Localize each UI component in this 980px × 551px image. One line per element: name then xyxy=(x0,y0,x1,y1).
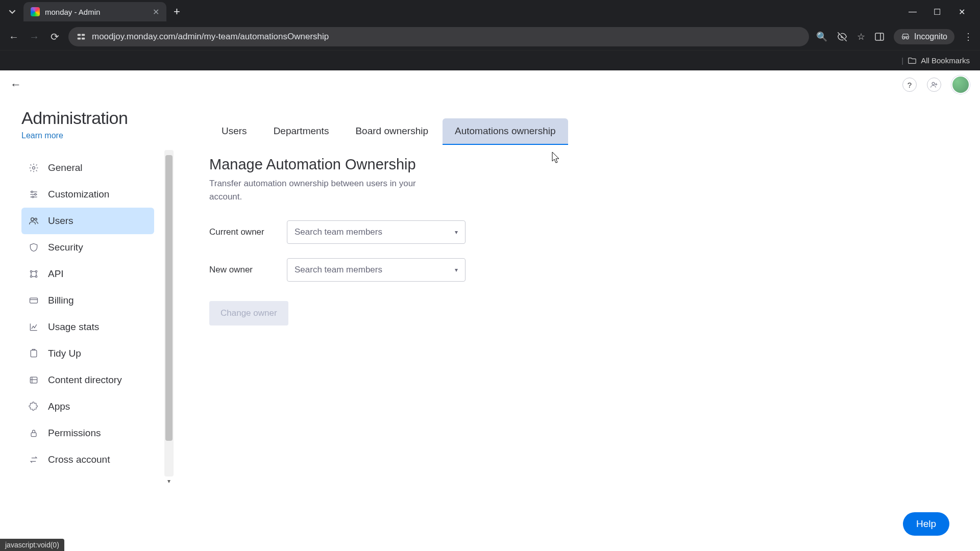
folder-icon xyxy=(28,374,40,386)
bookmark-star-icon[interactable]: ☆ xyxy=(857,31,865,42)
maximize-button[interactable]: ☐ xyxy=(932,7,942,17)
tab-automations-ownership[interactable]: Automations ownership xyxy=(443,118,568,145)
new-owner-select[interactable]: Search team members ▾ xyxy=(287,258,465,282)
sidebar-item-label: Content directory xyxy=(48,374,122,386)
search-icon[interactable]: 🔍 xyxy=(816,31,827,42)
address-row: ← → ⟳ moodjoy.monday.com/admin/my-team/a… xyxy=(0,23,980,50)
sidebar-item-users[interactable]: Users xyxy=(21,208,154,234)
sidebar-item-api[interactable]: API xyxy=(21,261,154,287)
app-top-bar: ← ? xyxy=(0,70,980,99)
kebab-menu-icon[interactable]: ⋮ xyxy=(964,31,973,42)
help-icon[interactable]: ? xyxy=(902,78,917,92)
app-back-button[interactable]: ← xyxy=(10,78,21,91)
svg-point-7 xyxy=(33,167,35,169)
sidebar-item-security[interactable]: Security xyxy=(21,234,154,261)
eye-off-icon[interactable] xyxy=(837,31,848,42)
lock-icon xyxy=(28,427,40,439)
svg-point-14 xyxy=(35,270,37,272)
scroll-down-arrow[interactable]: ▾ xyxy=(164,478,174,487)
incognito-badge[interactable]: Incognito xyxy=(894,29,954,44)
sidebar-item-label: Cross account xyxy=(48,454,110,465)
close-tab-icon[interactable]: ✕ xyxy=(153,7,159,17)
svg-rect-0 xyxy=(78,34,81,36)
svg-point-11 xyxy=(31,218,34,221)
tab-departments[interactable]: Departments xyxy=(261,118,341,145)
tab-board-ownership[interactable]: Board ownership xyxy=(343,118,440,145)
gear-icon xyxy=(28,162,40,174)
new-owner-label: New owner xyxy=(209,265,276,275)
sidebar-item-label: Usage stats xyxy=(48,321,99,333)
ownership-form: Current owner Search team members ▾ New … xyxy=(209,220,944,325)
incognito-label: Incognito xyxy=(914,32,947,41)
current-owner-select[interactable]: Search team members ▾ xyxy=(287,220,465,244)
sidebar-item-label: Users xyxy=(48,215,74,227)
svg-rect-4 xyxy=(875,33,884,40)
scrollbar-thumb[interactable] xyxy=(165,155,173,441)
window-controls: — ☐ ✕ xyxy=(908,7,976,17)
svg-rect-17 xyxy=(30,298,38,303)
chevron-down-icon: ▾ xyxy=(455,229,458,236)
sidebar-item-content-directory[interactable]: Content directory xyxy=(21,367,154,393)
sidebar-item-permissions[interactable]: Permissions xyxy=(21,420,154,446)
section-description: Transfer automation ownership between us… xyxy=(209,177,429,203)
svg-rect-20 xyxy=(30,377,37,383)
api-icon xyxy=(28,268,40,280)
current-owner-label: Current owner xyxy=(209,227,276,237)
address-right-icons: 🔍 ☆ Incognito ⋮ xyxy=(816,29,973,44)
invite-icon[interactable] xyxy=(927,78,941,92)
chart-icon xyxy=(28,321,40,333)
side-panel-icon[interactable] xyxy=(874,32,885,42)
sidebar-item-cross-account[interactable]: Cross account xyxy=(21,446,154,473)
current-owner-row: Current owner Search team members ▾ xyxy=(209,220,944,244)
learn-more-link[interactable]: Learn more xyxy=(21,131,63,140)
svg-rect-1 xyxy=(78,38,81,40)
chevron-down-icon: ▾ xyxy=(455,266,458,273)
browser-chrome: monday - Admin ✕ + — ☐ ✕ ← → ⟳ moodjoy.m… xyxy=(0,0,980,70)
new-owner-row: New owner Search team members ▾ xyxy=(209,258,944,282)
status-bar: javascript:void(0) xyxy=(0,539,64,551)
address-bar[interactable]: moodjoy.monday.com/admin/my-team/automat… xyxy=(68,27,809,46)
sidebar-item-label: Apps xyxy=(48,401,70,412)
sidebar-item-customization[interactable]: Customization xyxy=(21,181,154,208)
broom-icon xyxy=(28,347,40,360)
forward-button: → xyxy=(28,31,41,43)
reload-button[interactable]: ⟳ xyxy=(48,31,61,43)
svg-point-16 xyxy=(35,276,37,277)
incognito-icon xyxy=(901,32,910,41)
sidebar-item-tidy-up[interactable]: Tidy Up xyxy=(21,340,154,367)
change-owner-button[interactable]: Change owner xyxy=(209,301,288,325)
sidebar-item-usage-stats[interactable]: Usage stats xyxy=(21,314,154,340)
sidebar-item-label: Billing xyxy=(48,295,74,306)
tab-title: monday - Admin xyxy=(45,8,148,16)
sidebar-item-label: Customization xyxy=(48,189,109,200)
tabs-row: Users Departments Board ownership Automa… xyxy=(209,118,944,145)
new-tab-button[interactable]: + xyxy=(174,5,180,18)
svg-rect-3 xyxy=(82,38,85,40)
tab-strip: monday - Admin ✕ + — ☐ ✕ xyxy=(0,0,980,23)
sidebar-item-label: Security xyxy=(48,242,83,253)
svg-point-9 xyxy=(35,193,36,195)
minimize-button[interactable]: — xyxy=(908,7,918,17)
help-button[interactable]: Help xyxy=(903,512,949,536)
back-button[interactable]: ← xyxy=(7,31,20,43)
admin-sidebar: Administration Learn more ▴ ▾ General Cu… xyxy=(0,99,174,551)
browser-tab[interactable]: monday - Admin ✕ xyxy=(23,2,166,21)
app-top-right: ? xyxy=(902,76,970,94)
close-window-button[interactable]: ✕ xyxy=(957,7,967,17)
sidebar-item-general[interactable]: General xyxy=(21,155,154,181)
site-settings-icon[interactable] xyxy=(77,32,86,41)
sidebar-item-apps[interactable]: Apps xyxy=(21,393,154,420)
user-avatar[interactable] xyxy=(951,76,970,94)
svg-rect-21 xyxy=(31,433,36,437)
svg-point-8 xyxy=(31,191,33,192)
tab-search-dropdown[interactable] xyxy=(4,4,20,20)
sidebar-item-billing[interactable]: Billing xyxy=(21,287,154,314)
bookmarks-bar: | All Bookmarks xyxy=(0,50,980,70)
sidebar-item-label: Tidy Up xyxy=(48,348,81,359)
svg-rect-2 xyxy=(82,34,85,36)
switch-icon xyxy=(28,454,40,466)
tab-users[interactable]: Users xyxy=(209,118,259,145)
svg-rect-19 xyxy=(31,350,37,357)
all-bookmarks-link[interactable]: All Bookmarks xyxy=(921,56,970,65)
sidebar-item-label: General xyxy=(48,162,83,173)
